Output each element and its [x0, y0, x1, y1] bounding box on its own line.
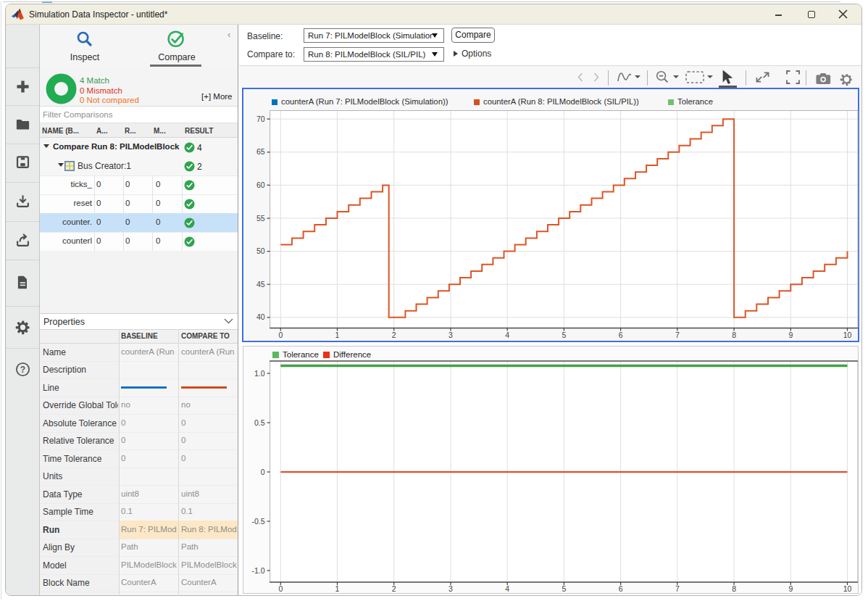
- svg-text:3: 3: [448, 584, 453, 593]
- svg-text:7: 7: [675, 584, 680, 593]
- svg-text:6: 6: [619, 584, 623, 593]
- svg-text:0: 0: [261, 468, 265, 476]
- svg-text:-1.0: -1.0: [252, 566, 265, 575]
- svg-text:0: 0: [278, 584, 283, 593]
- svg-text:-0.5: -0.5: [252, 517, 265, 526]
- svg-text:1: 1: [335, 584, 340, 593]
- svg-text:2: 2: [392, 584, 396, 593]
- svg-text:8: 8: [732, 584, 736, 593]
- svg-text:10: 10: [843, 584, 852, 593]
- svg-text:0.5: 0.5: [254, 418, 265, 427]
- svg-text:9: 9: [788, 584, 793, 593]
- svg-text:1.0: 1.0: [254, 369, 265, 378]
- svg-text:5: 5: [562, 584, 566, 593]
- svg-text:4: 4: [505, 584, 509, 593]
